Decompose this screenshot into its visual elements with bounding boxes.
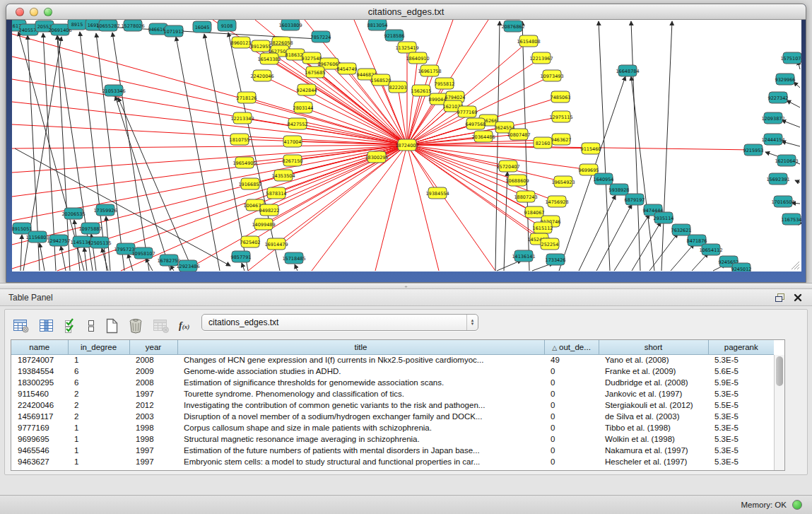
graph-node-selected[interactable]: 1810755 (230, 134, 250, 145)
cell-title[interactable]: Estimation of significance thresholds fo… (177, 377, 544, 388)
citation-edge[interactable] (671, 244, 694, 271)
network-window-titlebar[interactable]: citations_edges.txt (6, 4, 806, 20)
graph-node-selected[interactable]: 18724007 (395, 139, 418, 151)
graph-node[interactable]: 6879197 (625, 194, 645, 205)
cell-in_degree[interactable]: 6 (68, 377, 129, 388)
citation-edge[interactable] (692, 253, 708, 271)
citation-edge[interactable] (522, 21, 529, 271)
graph-node[interactable]: 10655287 (96, 20, 119, 31)
graph-node-selected[interactable]: 14756928 (545, 196, 568, 207)
cell-out_degree[interactable]: 0 (544, 399, 599, 411)
cell-out_degree[interactable]: 0 (544, 377, 599, 388)
cell-in_degree[interactable]: 2 (68, 388, 129, 399)
graph-node-selected[interactable]: 7485063 (551, 91, 571, 103)
graph-node-selected[interactable]: 10688609 (505, 175, 529, 186)
cell-in_degree[interactable]: 1 (68, 445, 129, 456)
cell-short[interactable]: Stergiakouli et al. (2012) (599, 399, 708, 411)
graph-node[interactable]: 12505135 (88, 237, 111, 248)
graph-node[interactable]: 9857791 (231, 251, 252, 262)
citation-edge-selected[interactable] (12, 145, 407, 148)
cell-out_degree[interactable]: 0 (544, 422, 599, 433)
table-row[interactable]: 946554611997Estimation of the future num… (11, 445, 774, 456)
citation-edge[interactable] (40, 243, 45, 271)
citation-edge[interactable] (96, 33, 124, 271)
column-select-button[interactable] (38, 317, 55, 334)
cell-short[interactable]: Yano et al. (2008) (599, 354, 708, 366)
cell-pagerank[interactable]: 5.3E-5 (708, 456, 774, 467)
cell-out_degree[interactable]: 0 (544, 411, 599, 422)
graph-node[interactable]: 12093872 (761, 112, 784, 124)
graph-node[interactable]: 9245012 (731, 263, 752, 271)
graph-node-selected[interactable]: 16543382 (257, 53, 281, 64)
graph-node[interactable]: 8915 (68, 20, 86, 30)
column-header-title[interactable]: title (177, 340, 544, 354)
cell-short[interactable]: Tibbo et al. (1998) (599, 422, 708, 433)
column-header-out_degree[interactable]: △out_de... (544, 340, 599, 354)
citation-edge[interactable] (795, 180, 800, 182)
cell-title[interactable]: Embryonic stem cells: a model to study s… (177, 456, 544, 467)
graph-node-selected[interactable]: 9777169 (457, 106, 478, 117)
column-header-name[interactable]: name (11, 340, 68, 354)
column-header-short[interactable]: short (599, 340, 708, 354)
zoom-window-button[interactable] (44, 8, 52, 16)
graph-node[interactable]: 16033809 (278, 20, 302, 30)
graph-node[interactable]: 20876862 (501, 21, 524, 32)
graph-node-selected[interactable]: 2803144 (293, 102, 314, 113)
graph-node-selected[interactable]: 1568520 (371, 74, 392, 86)
citation-edge[interactable] (295, 264, 298, 271)
close-window-button[interactable] (16, 8, 24, 16)
graph-node-selected[interactable]: 8454749 (337, 63, 358, 74)
graph-node-selected[interactable]: 5878314 (266, 187, 287, 199)
cell-out_degree[interactable]: 49 (544, 354, 599, 366)
cell-title[interactable]: Genome-wide association studies in ADHD. (177, 366, 544, 377)
table-row[interactable]: 977716911998Corpus callosum shape and si… (11, 422, 774, 433)
graph-node-selected[interactable]: 16961758 (418, 65, 441, 76)
cell-out_degree[interactable]: 0 (544, 445, 599, 456)
cell-pagerank[interactable]: 5.6E-5 (708, 366, 774, 377)
cell-in_degree[interactable]: 1 (68, 354, 129, 366)
cell-in_degree[interactable]: 6 (68, 366, 129, 377)
row-height-button[interactable] (86, 317, 96, 334)
table-row[interactable]: 2242004622012Investigating the contribut… (11, 399, 774, 411)
cell-short[interactable]: Hescheler et al. (1997) (599, 456, 708, 467)
graph-node-selected[interactable]: 19166857 (238, 178, 261, 189)
graph-node-selected[interactable]: 1675685 (305, 66, 326, 78)
cell-in_degree[interactable]: 1 (68, 422, 129, 433)
graph-node[interactable]: 9227342 (768, 92, 789, 103)
cell-pagerank[interactable]: 5.3E-5 (708, 433, 774, 445)
cell-title[interactable]: Tourette syndrome. Phenomenology and cla… (177, 388, 544, 399)
graph-node-selected[interactable]: 8427552 (288, 118, 308, 129)
table-scrollbar-thumb[interactable] (776, 356, 783, 386)
graph-node[interactable]: 8813054 (367, 20, 388, 30)
graph-node-selected[interactable]: 18807243 (514, 191, 537, 202)
table-row[interactable]: 969969511998Structural magnetic resonanc… (11, 433, 774, 445)
graph-node-selected[interactable]: 11325419 (395, 42, 418, 53)
graph-node-selected[interactable]: 9498222 (259, 204, 280, 216)
graph-node[interactable]: 16210643 (775, 155, 798, 166)
graph-node[interactable]: 21053346 (102, 85, 125, 96)
cell-title[interactable]: Disruption of a novel member of a sodium… (177, 411, 544, 422)
citation-edge[interactable] (649, 233, 678, 271)
graph-node[interactable]: 7857224 (311, 31, 331, 42)
cell-pagerank[interactable]: 5.3E-5 (708, 422, 774, 433)
cell-out_degree[interactable]: 0 (544, 433, 599, 445)
graph-node-selected[interactable]: 7955812 (435, 78, 455, 89)
table-settings-button[interactable] (12, 317, 30, 334)
graph-node[interactable]: 2935114 (654, 212, 674, 223)
cell-year[interactable]: 2012 (129, 399, 177, 411)
graph-node[interactable]: 20206535 (61, 208, 85, 219)
graph-node[interactable]: 10654112 (699, 244, 722, 255)
citation-edge[interactable] (176, 37, 220, 271)
graph-node-selected[interactable]: 7625402 (240, 236, 261, 247)
graph-node-selected[interactable]: 1615112 (533, 222, 553, 233)
cell-title[interactable]: Changes of HCN gene expression and I(f) … (177, 354, 544, 366)
cell-short[interactable]: Wolkin et al. (1998) (599, 433, 708, 445)
graph-node-selected[interactable]: 8267150 (283, 155, 303, 166)
table-row[interactable]: 1938455462009Genome-wide association stu… (11, 366, 774, 377)
graph-node-selected[interactable]: 82160 (534, 137, 552, 148)
cell-pagerank[interactable]: 5.3E-5 (708, 388, 774, 399)
import-table-button-disabled[interactable] (152, 317, 170, 334)
citation-edge[interactable] (112, 33, 149, 271)
cell-in_degree[interactable]: 2 (68, 411, 129, 422)
graph-node-selected[interactable]: 19654923 (551, 176, 575, 187)
